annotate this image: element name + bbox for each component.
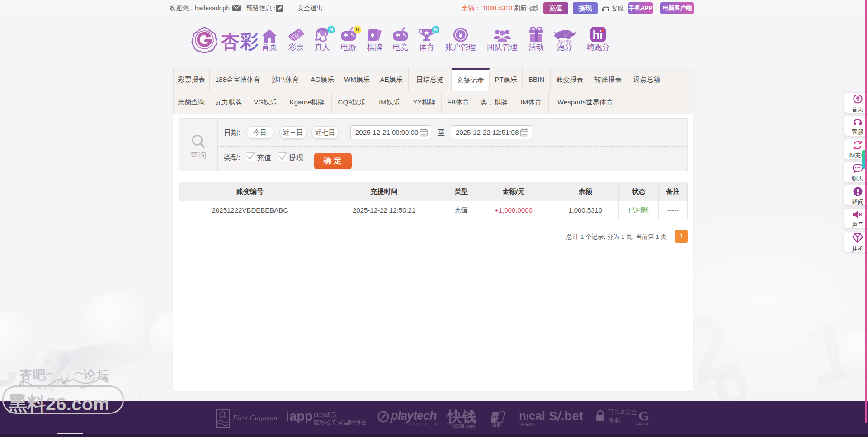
- svg-text:¥: ¥: [459, 31, 463, 39]
- svg-text:hi: hi: [592, 28, 603, 42]
- svg-text:UnionPay: UnionPay: [492, 415, 509, 419]
- svg-text:之上工作室: 之上工作室: [558, 39, 571, 43]
